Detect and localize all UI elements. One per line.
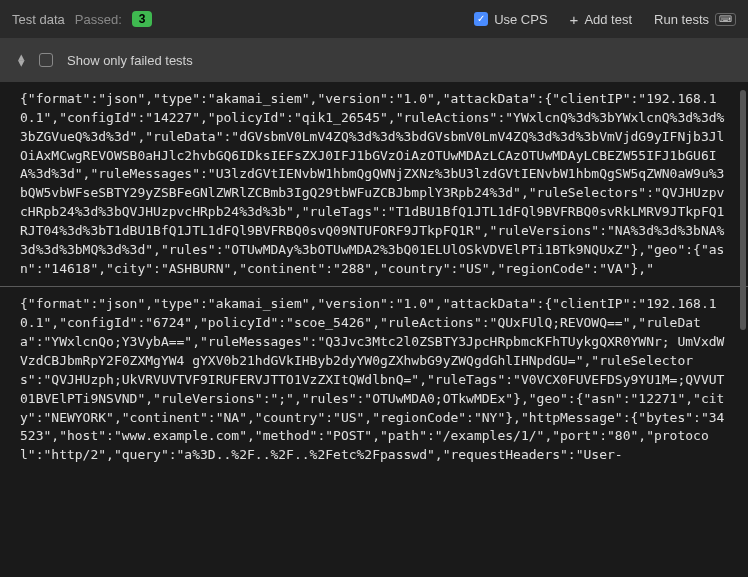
test-data-row[interactable]: {"format":"json","type":"akamai_siem","v… bbox=[0, 82, 748, 287]
passed-count-badge: 3 bbox=[132, 11, 153, 27]
checkbox-checked-icon: ✓ bbox=[474, 12, 488, 26]
show-failed-checkbox[interactable] bbox=[39, 53, 53, 67]
passed-label: Passed: bbox=[75, 12, 122, 27]
add-test-button[interactable]: + Add test bbox=[570, 12, 632, 27]
test-data-title: Test data bbox=[12, 12, 65, 27]
use-cps-label: Use CPS bbox=[494, 12, 547, 27]
run-tests-button[interactable]: Run tests ⌨ bbox=[654, 12, 736, 27]
scrollbar[interactable] bbox=[740, 90, 746, 330]
run-tests-label: Run tests bbox=[654, 12, 709, 27]
test-data-row[interactable]: {"format":"json","type":"akamai_siem","v… bbox=[0, 287, 748, 473]
sort-icon[interactable]: ▴▾ bbox=[18, 54, 25, 67]
keyboard-icon: ⌨ bbox=[715, 13, 736, 26]
use-cps-checkbox[interactable]: ✓ Use CPS bbox=[474, 12, 547, 27]
add-test-label: Add test bbox=[584, 12, 632, 27]
show-failed-label: Show only failed tests bbox=[67, 53, 193, 68]
plus-icon: + bbox=[570, 12, 579, 27]
test-data-list: {"format":"json","type":"akamai_siem","v… bbox=[0, 82, 748, 577]
